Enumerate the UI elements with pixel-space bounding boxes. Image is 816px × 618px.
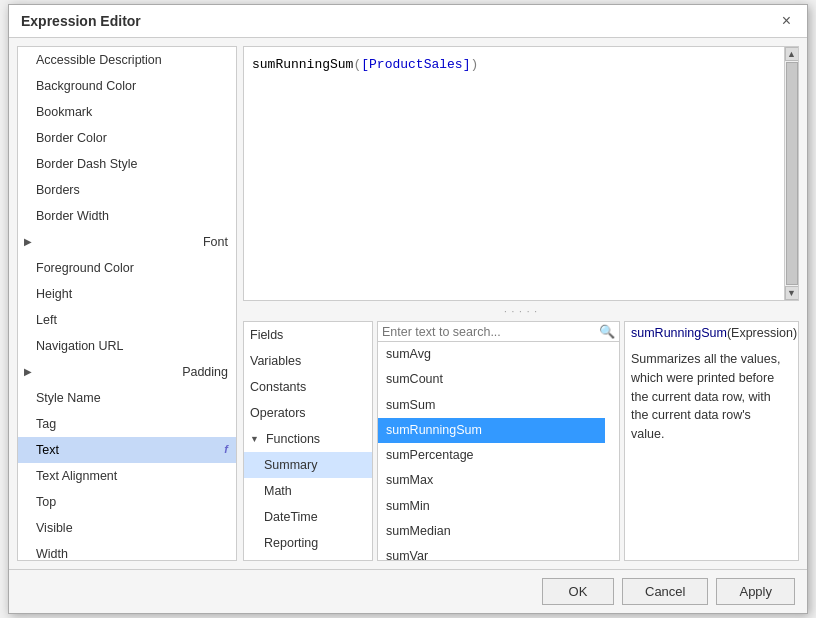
main-content: Accessible DescriptionBackground ColorBo… (9, 38, 807, 569)
category-item-operators[interactable]: Operators (244, 400, 372, 426)
expr-field: [ProductSales] (361, 57, 470, 72)
cancel-button[interactable]: Cancel (622, 578, 708, 605)
prop-label-width: Width (34, 544, 68, 561)
prop-label-background-color: Background Color (34, 76, 136, 96)
title-bar: Expression Editor × (9, 5, 807, 38)
category-item-string[interactable]: String (244, 556, 372, 561)
category-label-math: Math (264, 484, 292, 498)
expr-function: sumRunningSum (252, 57, 353, 72)
prop-label-height: Height (34, 284, 72, 304)
category-label-variables: Variables (250, 351, 301, 371)
prop-label-text-alignment: Text Alignment (34, 466, 117, 486)
prop-label-borders: Borders (34, 180, 80, 200)
expression-editor-dialog: Expression Editor × Accessible Descripti… (8, 4, 808, 614)
category-item-math[interactable]: Math (244, 478, 372, 504)
category-label-operators: Operators (250, 403, 306, 423)
resize-gripper[interactable]: · · · · · (243, 307, 799, 315)
function-item-sumMedian[interactable]: sumMedian (378, 519, 605, 544)
prop-item-accessible-description[interactable]: Accessible Description (18, 47, 236, 73)
prop-label-border-width: Border Width (34, 206, 109, 226)
category-item-variables[interactable]: Variables (244, 348, 372, 374)
desc-header: sumRunningSum(Expression) (624, 321, 799, 344)
category-label-fields: Fields (250, 325, 283, 345)
expression-area: sumRunningSum([ProductSales]) ▲ ▼ (243, 46, 799, 301)
function-item-sumPercentage[interactable]: sumPercentage (378, 443, 605, 468)
prop-item-background-color[interactable]: Background Color (18, 73, 236, 99)
prop-item-width[interactable]: Width (18, 541, 236, 561)
category-item-datetime[interactable]: DateTime (244, 504, 372, 530)
search-icon: 🔍 (599, 324, 615, 339)
category-item-constants[interactable]: Constants (244, 374, 372, 400)
prop-label-style-name: Style Name (34, 388, 101, 408)
function-item-sumVar[interactable]: sumVar (378, 544, 605, 561)
function-item-sumCount[interactable]: sumCount (378, 367, 605, 392)
prop-item-font[interactable]: ▶Font (18, 229, 236, 255)
prop-item-borders[interactable]: Borders (18, 177, 236, 203)
prop-expand-arrow-padding: ▶ (24, 364, 32, 380)
prop-item-height[interactable]: Height (18, 281, 236, 307)
prop-item-left[interactable]: Left (18, 307, 236, 333)
scroll-down-btn[interactable]: ▼ (785, 286, 799, 300)
prop-item-bookmark[interactable]: Bookmark (18, 99, 236, 125)
expression-display[interactable]: sumRunningSum([ProductSales]) (244, 47, 798, 83)
prop-label-left: Left (34, 310, 57, 330)
category-item-functions[interactable]: ▼Functions (244, 426, 372, 452)
prop-label-navigation-url: Navigation URL (34, 336, 124, 356)
prop-item-style-name[interactable]: Style Name (18, 385, 236, 411)
bottom-panel: FieldsVariablesConstantsOperators▼Functi… (243, 321, 799, 561)
category-label-reporting: Reporting (264, 536, 318, 550)
prop-label-top: Top (34, 492, 56, 512)
prop-item-border-color[interactable]: Border Color (18, 125, 236, 151)
property-list: Accessible DescriptionBackground ColorBo… (17, 46, 237, 561)
category-item-reporting[interactable]: Reporting (244, 530, 372, 556)
prop-label-border-dash-style: Border Dash Style (34, 154, 137, 174)
category-label-summary: Summary (264, 458, 317, 472)
prop-item-text-alignment[interactable]: Text Alignment (18, 463, 236, 489)
search-box: 🔍 (377, 321, 620, 342)
prop-item-navigation-url[interactable]: Navigation URL (18, 333, 236, 359)
prop-label-font: Font (203, 232, 228, 252)
ok-button[interactable]: OK (542, 578, 614, 605)
prop-label-tag: Tag (34, 414, 56, 434)
category-label-constants: Constants (250, 377, 306, 397)
prop-item-text[interactable]: Textf (18, 437, 236, 463)
function-item-sumSum[interactable]: sumSum (378, 393, 605, 418)
prop-label-foreground-color: Foreground Color (34, 258, 134, 278)
scroll-up-btn[interactable]: ▲ (785, 47, 799, 61)
prop-item-visible[interactable]: Visible (18, 515, 236, 541)
description-column: sumRunningSum(Expression) Summarizes all… (624, 321, 799, 561)
cat-expand-icon-functions: ▼ (250, 432, 259, 446)
search-column: 🔍 sumAvgsumCountsumSumsumRunningSumsumPe… (377, 321, 620, 561)
category-item-fields[interactable]: Fields (244, 322, 372, 348)
close-button[interactable]: × (778, 13, 795, 29)
expr-scrollbar[interactable]: ▲ ▼ (784, 47, 798, 300)
desc-body: Summarizes all the values, which were pr… (624, 344, 799, 561)
category-label-functions: Functions (266, 429, 320, 449)
category-item-summary[interactable]: Summary (244, 452, 372, 478)
expr-close-paren: ) (470, 57, 478, 72)
prop-label-padding: Padding (182, 362, 228, 382)
prop-label-text: Text (34, 440, 59, 460)
prop-item-foreground-color[interactable]: Foreground Color (18, 255, 236, 281)
prop-function-icon-text: f (224, 441, 228, 459)
desc-func-name: sumRunningSum (631, 326, 727, 340)
prop-item-padding[interactable]: ▶Padding (18, 359, 236, 385)
categories-panel: FieldsVariablesConstantsOperators▼Functi… (243, 321, 373, 561)
prop-label-bookmark: Bookmark (34, 102, 92, 122)
category-label-datetime: DateTime (264, 510, 318, 524)
search-input[interactable] (382, 325, 599, 339)
function-item-sumAvg[interactable]: sumAvg (378, 342, 605, 367)
prop-item-top[interactable]: Top (18, 489, 236, 515)
prop-label-border-color: Border Color (34, 128, 107, 148)
prop-expand-arrow-font: ▶ (24, 234, 32, 250)
prop-item-border-dash-style[interactable]: Border Dash Style (18, 151, 236, 177)
prop-item-tag[interactable]: Tag (18, 411, 236, 437)
prop-item-border-width[interactable]: Border Width (18, 203, 236, 229)
scroll-thumb[interactable] (786, 62, 798, 285)
apply-button[interactable]: Apply (716, 578, 795, 605)
function-item-sumMax[interactable]: sumMax (378, 468, 605, 493)
dialog-title: Expression Editor (21, 13, 141, 29)
function-item-sumMin[interactable]: sumMin (378, 494, 605, 519)
function-item-sumRunningSum[interactable]: sumRunningSum (378, 418, 605, 443)
button-bar: OK Cancel Apply (9, 569, 807, 613)
